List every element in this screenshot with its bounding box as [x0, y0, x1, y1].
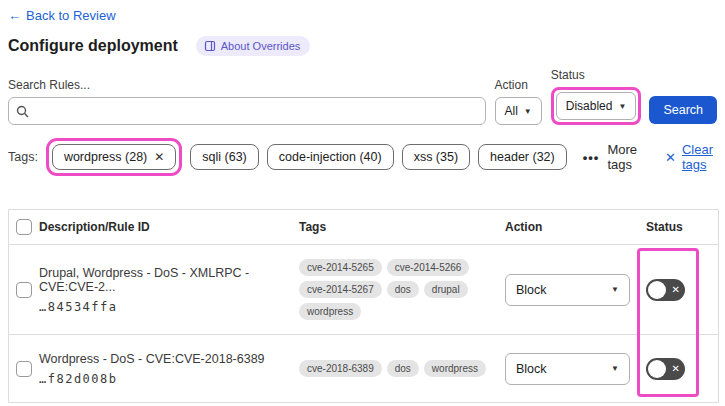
column-header-status: Status [633, 220, 718, 234]
action-filter-dropdown[interactable]: All ▼ [495, 97, 542, 125]
more-tags-button[interactable]: ••• More tags [583, 142, 639, 172]
back-arrow-icon: ← [8, 8, 21, 23]
status-toggle[interactable]: ✕ [646, 279, 685, 301]
action-filter-value: All [505, 104, 518, 118]
about-overrides-badge[interactable]: About Overrides [196, 36, 310, 56]
tag-pill: cve-2014-5265 [299, 259, 382, 276]
rules-table: Description/Rule ID Tags Action Status D… [8, 209, 719, 403]
tag-pill: wordpress [299, 303, 361, 320]
tag-pill: cve-2014-5267 [299, 281, 382, 298]
action-select-value: Block [516, 283, 547, 297]
column-header-action: Action [497, 220, 633, 234]
about-overrides-label: About Overrides [221, 40, 300, 52]
tag-pill: dos [387, 281, 419, 298]
column-header-description: Description/Rule ID [39, 220, 299, 234]
toggle-off-x-icon: ✕ [672, 362, 680, 376]
remove-tag-icon[interactable]: ✕ [154, 150, 164, 164]
back-link-label: Back to Review [26, 8, 116, 23]
table-row: Wordpress - DoS - CVE:CVE-2018-6389 …f82… [9, 335, 718, 402]
chevron-down-icon: ▼ [611, 285, 619, 294]
tags-filter-row: Tags: wordpress (28) ✕ sqli (63)code-inj… [8, 138, 717, 176]
tag-pill: drupal [424, 281, 468, 298]
search-rules-label: Search Rules... [8, 78, 486, 92]
title-row: Configure deployment About Overrides [8, 36, 717, 56]
clear-tags-link[interactable]: ✕ Clear tags [665, 142, 717, 172]
table-header-row: Description/Rule ID Tags Action Status [9, 210, 718, 245]
tag-pill: wordpress [424, 360, 486, 377]
row-rule-id: …84534ffa [39, 300, 299, 314]
row-tags: cve-2014-5265cve-2014-5266cve-2014-5267d… [299, 259, 493, 320]
filter-row: Search Rules... Action All ▼ Status [8, 68, 717, 125]
column-header-tags: Tags [299, 210, 497, 244]
configure-deployment-page: ← Back to Review Configure deployment Ab… [0, 0, 725, 403]
action-select[interactable]: Block ▼ [505, 274, 630, 306]
clear-tags-label: Clear tags [682, 142, 717, 172]
tag-filter-pill[interactable]: code-injection (40) [267, 144, 394, 170]
row-description: Wordpress - DoS - CVE:CVE-2018-6389 [39, 352, 265, 366]
status-toggle[interactable]: ✕ [646, 358, 685, 380]
search-icon [16, 104, 29, 122]
tag-filter-pill[interactable]: sqli (63) [190, 144, 258, 170]
chevron-down-icon: ▼ [524, 107, 532, 116]
action-select[interactable]: Block ▼ [505, 353, 630, 385]
tag-pill: dos [387, 360, 419, 377]
action-filter-label: Action [495, 78, 542, 92]
row-rule-id: …f82d008b [39, 372, 265, 386]
table-row: Drupal, Wordpress - DoS - XMLRPC - CVE:C… [9, 245, 718, 335]
status-filter-dropdown[interactable]: Disabled ▼ [556, 92, 637, 120]
ellipsis-icon: ••• [583, 150, 600, 165]
chevron-down-icon: ▼ [611, 364, 619, 373]
clear-tags-x-icon: ✕ [665, 150, 676, 165]
row-tags: cve-2018-6389doswordpress [299, 360, 486, 377]
status-filter-label: Status [551, 68, 642, 82]
more-tags-label: More tags [607, 142, 639, 172]
search-button[interactable]: Search [649, 96, 717, 124]
toggle-off-x-icon: ✕ [672, 283, 680, 297]
tag-filter-pill[interactable]: header (32) [478, 144, 567, 170]
tag-filter-wordpress[interactable]: wordpress (28) ✕ [52, 144, 176, 170]
status-filter-value: Disabled [566, 99, 613, 113]
book-icon [204, 40, 216, 52]
table-body: Drupal, Wordpress - DoS - XMLRPC - CVE:C… [9, 245, 718, 402]
select-all-checkbox[interactable] [16, 219, 32, 235]
tag-pill: cve-2018-6389 [299, 360, 382, 377]
selected-tag-label: wordpress (28) [64, 150, 147, 164]
chevron-down-icon: ▼ [618, 102, 626, 111]
row-checkbox[interactable] [16, 361, 32, 377]
tag-filter-pill[interactable]: xss (35) [402, 144, 470, 170]
toggle-knob [648, 360, 666, 378]
page-title: Configure deployment [8, 37, 178, 55]
tags-label: Tags: [8, 150, 38, 164]
row-description: Drupal, Wordpress - DoS - XMLRPC - CVE:C… [39, 266, 299, 294]
tag-pill: cve-2014-5266 [387, 259, 470, 276]
row-checkbox[interactable] [16, 282, 32, 298]
toggle-knob [648, 281, 666, 299]
status-filter-highlight: Disabled ▼ [551, 87, 642, 125]
action-select-value: Block [516, 362, 547, 376]
search-rules-input[interactable] [8, 97, 486, 125]
back-to-review-link[interactable]: ← Back to Review [8, 8, 116, 23]
selected-tag-highlight: wordpress (28) ✕ [46, 138, 182, 176]
